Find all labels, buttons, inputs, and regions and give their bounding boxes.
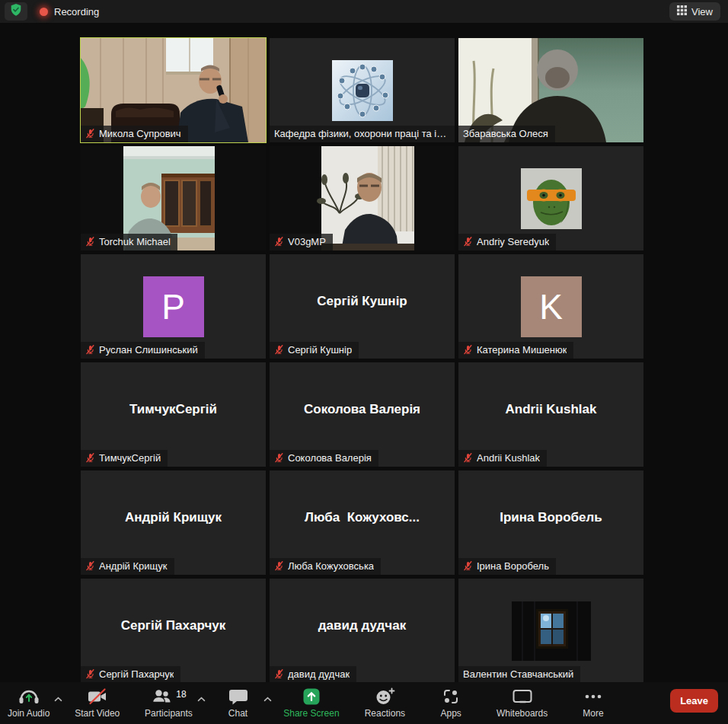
participant-tile[interactable]: Torchuk Michael xyxy=(81,146,266,250)
start-video-button[interactable]: Start Video xyxy=(75,687,120,719)
muted-mic-icon xyxy=(274,669,284,679)
participant-display-name: давид дудчак xyxy=(270,579,455,672)
chat-button[interactable]: Chat xyxy=(218,687,259,719)
participant-name-label: Кафедра фізики, охорони праці та ін... xyxy=(270,126,455,142)
toolbar-buttons: Join AudioStart Video18ParticipantsChatS… xyxy=(0,687,649,719)
participant-name-label: V03gMP xyxy=(270,234,333,250)
toolbar-button-label: Share Screen xyxy=(283,709,339,719)
toolbar-button-label: More xyxy=(583,709,603,719)
participant-tile[interactable]: Збаравська Олеся xyxy=(458,38,643,142)
participant-tile[interactable]: Соколова ВалеріяСоколова Валерія xyxy=(270,362,455,467)
participant-name-label: Andrii Kushlak xyxy=(458,450,547,467)
participant-name-label: Сергій Пахарчук xyxy=(81,666,180,683)
more-button[interactable]: More xyxy=(573,687,614,719)
toolbar-button-label: Apps xyxy=(440,709,461,719)
muted-mic-icon xyxy=(85,561,95,571)
participant-tile[interactable]: Кафедра фізики, охорони праці та ін... xyxy=(270,38,455,142)
muted-mic-icon xyxy=(463,561,473,571)
muted-mic-icon xyxy=(85,129,95,139)
meeting-toolbar: Join AudioStart Video18ParticipantsChatS… xyxy=(0,682,728,724)
toolbar-button-label: Chat xyxy=(228,709,247,719)
reactions-button[interactable]: Reactions xyxy=(364,687,405,719)
security-shield-button[interactable] xyxy=(5,2,27,21)
participant-name-text: Сергій Кушнір xyxy=(288,344,352,356)
participant-tile[interactable]: V03gMP xyxy=(270,146,455,250)
join-audio-button[interactable]: Join Audio xyxy=(8,687,49,719)
participant-tile[interactable]: Люба Кожуховс...Люба Кожуховська xyxy=(270,470,455,575)
participant-name-label: Andriy Seredyuk xyxy=(458,234,556,250)
chevron-up-icon[interactable] xyxy=(54,694,62,704)
participant-tile[interactable]: ТимчукСергійТимчукСергій xyxy=(81,362,266,467)
muted-mic-icon xyxy=(85,453,95,463)
muted-mic-icon xyxy=(463,237,473,247)
muted-mic-icon xyxy=(274,237,284,247)
participant-tile[interactable]: Сергій ПахарчукСергій Пахарчук xyxy=(81,579,266,683)
apps-icon xyxy=(442,687,460,708)
participant-grid: Микола СупровичКафедра фізики, охорони п… xyxy=(81,38,643,683)
chevron-up-icon[interactable] xyxy=(197,694,206,704)
atom-avatar xyxy=(332,60,393,121)
dark-window-avatar xyxy=(512,601,591,661)
participant-tile[interactable]: давид дудчакдавид дудчак xyxy=(270,579,455,683)
participant-name-text: Микола Супрович xyxy=(99,128,181,139)
participant-name-text: ТимчукСергій xyxy=(99,452,161,464)
participant-tile[interactable]: Валентин Ставчанський xyxy=(458,579,643,683)
participant-name-text: Кафедра фізики, охорони праці та ін... xyxy=(274,128,448,139)
participant-name-label: Torchuk Michael xyxy=(81,234,177,250)
participant-display-name: Андрій Крищук xyxy=(81,470,266,564)
participant-name-text: Andrii Kushlak xyxy=(477,452,540,464)
share-screen-button[interactable]: Share Screen xyxy=(283,687,339,719)
participants-button[interactable]: 18Participants xyxy=(145,687,193,719)
participant-name-label: Микола Супрович xyxy=(81,126,188,142)
participant-name-label: давид дудчак xyxy=(270,666,356,683)
participant-name-text: Руслан Слишинський xyxy=(99,344,198,356)
participant-display-name: Соколова Валерія xyxy=(270,362,455,456)
participant-name-text: Андрій Крищук xyxy=(99,560,168,572)
toolbar-button-label: Participants xyxy=(145,709,193,719)
toolbar-button-label: Reactions xyxy=(365,709,405,719)
participant-name-label: Соколова Валерія xyxy=(270,450,378,467)
participant-tile[interactable]: Andrii KushlakAndrii Kushlak xyxy=(458,362,643,467)
reactions-icon xyxy=(375,687,395,708)
participant-tile[interactable]: Андрій КрищукАндрій Крищук xyxy=(81,470,266,575)
participant-name-label: Валентин Ставчанський xyxy=(458,666,580,683)
whiteboards-button[interactable]: Whiteboards xyxy=(497,687,548,719)
participant-name-text: давид дудчак xyxy=(288,668,350,680)
participant-name-label: Катерина Мишенюк xyxy=(458,342,573,359)
participant-display-name: Ірина Воробель xyxy=(458,470,643,564)
leave-button[interactable]: Leave xyxy=(670,689,718,713)
muted-mic-icon xyxy=(85,237,95,247)
whiteboard-icon xyxy=(512,687,533,708)
participant-tile[interactable]: Микола Супрович xyxy=(81,38,266,142)
participant-name-text: Сергій Пахарчук xyxy=(99,668,174,680)
muted-mic-icon xyxy=(85,345,95,355)
muted-mic-icon xyxy=(274,561,284,571)
participant-tile[interactable]: Ірина ВоробельІрина Воробель xyxy=(458,470,643,575)
apps-button[interactable]: Apps xyxy=(430,687,471,719)
participant-count-badge: 18 xyxy=(176,689,186,700)
toolbar-button-label: Whiteboards xyxy=(497,709,548,719)
participant-display-name: Сергій Пахарчук xyxy=(81,579,266,672)
participant-name-text: V03gMP xyxy=(288,236,326,247)
participant-tile[interactable]: PРуслан Слишинський xyxy=(81,254,266,359)
recording-label: Recording xyxy=(54,6,99,18)
participant-name-label: Ірина Воробель xyxy=(458,558,556,575)
muted-mic-icon xyxy=(274,345,284,355)
participant-tile[interactable]: KКатерина Мишенюк xyxy=(458,254,643,359)
share-screen-icon xyxy=(302,687,321,708)
participant-name-text: Соколова Валерія xyxy=(288,452,372,464)
participants-icon xyxy=(151,687,174,708)
participant-name-label: Збаравська Олеся xyxy=(458,126,555,142)
view-button[interactable]: View xyxy=(669,2,720,21)
participant-tile[interactable]: Andriy Seredyuk xyxy=(458,146,643,250)
participant-tile[interactable]: Сергій КушнірСергій Кушнір xyxy=(270,254,455,359)
participant-name-label: ТимчукСергій xyxy=(81,450,168,467)
participant-name-text: Andriy Seredyuk xyxy=(477,236,549,247)
chevron-up-icon[interactable] xyxy=(263,694,272,704)
participant-name-label: Сергій Кушнір xyxy=(270,342,359,359)
recording-dot-icon xyxy=(40,8,48,16)
muted-mic-icon xyxy=(85,669,95,679)
more-icon xyxy=(583,687,603,708)
recording-indicator: Recording xyxy=(40,6,99,18)
participant-display-name: Люба Кожуховс... xyxy=(270,470,455,564)
